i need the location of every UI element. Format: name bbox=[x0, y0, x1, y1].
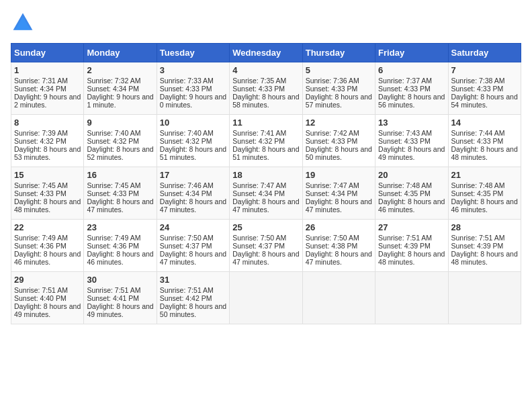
daylight-text: Daylight: 8 hours and 48 minutes. bbox=[451, 145, 518, 161]
sunset-text: Sunset: 4:33 PM bbox=[87, 189, 153, 197]
day-number: 9 bbox=[87, 118, 153, 128]
sunrise-text: Sunrise: 7:51 AM bbox=[14, 286, 81, 294]
sunrise-text: Sunrise: 7:45 AM bbox=[87, 181, 153, 189]
sunset-text: Sunset: 4:35 PM bbox=[378, 189, 445, 197]
day-number: 29 bbox=[14, 275, 81, 285]
sunset-text: Sunset: 4:40 PM bbox=[14, 294, 81, 302]
daylight-text: Daylight: 8 hours and 48 minutes. bbox=[378, 250, 445, 266]
sunset-text: Sunset: 4:34 PM bbox=[160, 189, 226, 197]
sunset-text: Sunset: 4:32 PM bbox=[160, 137, 226, 145]
sunrise-text: Sunrise: 7:48 AM bbox=[378, 181, 445, 189]
sunset-text: Sunset: 4:33 PM bbox=[306, 85, 372, 93]
sunrise-text: Sunrise: 7:45 AM bbox=[14, 181, 81, 189]
daylight-text: Daylight: 8 hours and 47 minutes. bbox=[87, 197, 153, 214]
sunrise-text: Sunrise: 7:51 AM bbox=[378, 234, 445, 242]
sunrise-text: Sunrise: 7:37 AM bbox=[378, 77, 445, 85]
sunset-text: Sunset: 4:33 PM bbox=[232, 85, 299, 93]
col-header-wednesday: Wednesday bbox=[230, 44, 302, 62]
daylight-text: Daylight: 9 hours and 0 minutes. bbox=[160, 93, 226, 109]
sunrise-text: Sunrise: 7:49 AM bbox=[14, 234, 81, 242]
col-header-sunday: Sunday bbox=[11, 44, 84, 62]
sunrise-text: Sunrise: 7:35 AM bbox=[232, 77, 299, 85]
calendar-cell: 30Sunrise: 7:51 AMSunset: 4:41 PMDayligh… bbox=[84, 272, 157, 324]
calendar-cell: 2Sunrise: 7:32 AMSunset: 4:34 PMDaylight… bbox=[84, 62, 157, 115]
daylight-text: Daylight: 8 hours and 50 minutes. bbox=[160, 302, 226, 318]
sunset-text: Sunset: 4:32 PM bbox=[87, 137, 153, 145]
daylight-text: Daylight: 8 hours and 58 minutes. bbox=[232, 93, 299, 109]
day-number: 24 bbox=[160, 222, 226, 232]
col-header-monday: Monday bbox=[84, 44, 157, 62]
sunset-text: Sunset: 4:33 PM bbox=[14, 189, 81, 197]
sunrise-text: Sunrise: 7:40 AM bbox=[87, 129, 153, 137]
sunset-text: Sunset: 4:41 PM bbox=[87, 294, 153, 302]
sunset-text: Sunset: 4:34 PM bbox=[14, 85, 81, 93]
daylight-text: Daylight: 8 hours and 48 minutes. bbox=[451, 250, 518, 266]
sunrise-text: Sunrise: 7:41 AM bbox=[232, 129, 299, 137]
day-number: 26 bbox=[306, 222, 372, 232]
calendar-cell: 12Sunrise: 7:42 AMSunset: 4:33 PMDayligh… bbox=[302, 115, 375, 167]
calendar-cell: 21Sunrise: 7:48 AMSunset: 4:35 PMDayligh… bbox=[448, 167, 521, 220]
sunset-text: Sunset: 4:33 PM bbox=[306, 137, 372, 145]
daylight-text: Daylight: 8 hours and 47 minutes. bbox=[160, 197, 226, 214]
day-number: 1 bbox=[14, 65, 81, 75]
sunrise-text: Sunrise: 7:43 AM bbox=[378, 129, 445, 137]
sunset-text: Sunset: 4:33 PM bbox=[160, 85, 226, 93]
week-row-3: 15Sunrise: 7:45 AMSunset: 4:33 PMDayligh… bbox=[11, 167, 521, 220]
sunset-text: Sunset: 4:36 PM bbox=[87, 242, 153, 250]
sunrise-text: Sunrise: 7:32 AM bbox=[87, 77, 153, 85]
sunset-text: Sunset: 4:33 PM bbox=[451, 85, 518, 93]
sunset-text: Sunset: 4:36 PM bbox=[14, 242, 81, 250]
calendar-cell: 28Sunrise: 7:51 AMSunset: 4:39 PMDayligh… bbox=[448, 220, 521, 272]
sunrise-text: Sunrise: 7:49 AM bbox=[87, 234, 153, 242]
calendar-cell: 19Sunrise: 7:47 AMSunset: 4:34 PMDayligh… bbox=[302, 167, 375, 220]
sunset-text: Sunset: 4:34 PM bbox=[87, 85, 153, 93]
sunrise-text: Sunrise: 7:48 AM bbox=[451, 181, 518, 189]
daylight-text: Daylight: 8 hours and 47 minutes. bbox=[306, 250, 372, 266]
sunrise-text: Sunrise: 7:51 AM bbox=[451, 234, 518, 242]
day-number: 8 bbox=[14, 118, 81, 128]
daylight-text: Daylight: 8 hours and 48 minutes. bbox=[14, 197, 81, 214]
sunrise-text: Sunrise: 7:40 AM bbox=[160, 129, 226, 137]
day-number: 27 bbox=[378, 222, 445, 232]
day-number: 25 bbox=[232, 222, 299, 232]
daylight-text: Daylight: 8 hours and 49 minutes. bbox=[14, 302, 81, 318]
day-number: 4 bbox=[232, 65, 299, 75]
day-number: 6 bbox=[378, 65, 445, 75]
daylight-text: Daylight: 8 hours and 47 minutes. bbox=[232, 250, 299, 266]
calendar-cell bbox=[302, 272, 375, 324]
daylight-text: Daylight: 8 hours and 53 minutes. bbox=[14, 145, 81, 161]
daylight-text: Daylight: 8 hours and 46 minutes. bbox=[378, 197, 445, 214]
calendar-cell: 7Sunrise: 7:38 AMSunset: 4:33 PMDaylight… bbox=[448, 62, 521, 115]
week-row-2: 8Sunrise: 7:39 AMSunset: 4:32 PMDaylight… bbox=[11, 115, 521, 167]
calendar-cell: 25Sunrise: 7:50 AMSunset: 4:37 PMDayligh… bbox=[230, 220, 302, 272]
sunrise-text: Sunrise: 7:47 AM bbox=[306, 181, 372, 189]
sunset-text: Sunset: 4:38 PM bbox=[306, 242, 372, 250]
sunrise-text: Sunrise: 7:50 AM bbox=[160, 234, 226, 242]
sunrise-text: Sunrise: 7:44 AM bbox=[451, 129, 518, 137]
calendar-cell: 15Sunrise: 7:45 AMSunset: 4:33 PMDayligh… bbox=[11, 167, 84, 220]
sunset-text: Sunset: 4:39 PM bbox=[451, 242, 518, 250]
col-header-friday: Friday bbox=[375, 44, 448, 62]
sunset-text: Sunset: 4:39 PM bbox=[378, 242, 445, 250]
col-header-tuesday: Tuesday bbox=[157, 44, 229, 62]
day-number: 14 bbox=[451, 118, 518, 128]
sunset-text: Sunset: 4:33 PM bbox=[378, 85, 445, 93]
sunrise-text: Sunrise: 7:38 AM bbox=[451, 77, 518, 85]
calendar-cell: 13Sunrise: 7:43 AMSunset: 4:33 PMDayligh… bbox=[375, 115, 448, 167]
calendar-cell: 17Sunrise: 7:46 AMSunset: 4:34 PMDayligh… bbox=[157, 167, 229, 220]
calendar-cell bbox=[375, 272, 448, 324]
calendar-cell: 1Sunrise: 7:31 AMSunset: 4:34 PMDaylight… bbox=[11, 62, 84, 115]
daylight-text: Daylight: 8 hours and 54 minutes. bbox=[451, 93, 518, 109]
week-row-1: 1Sunrise: 7:31 AMSunset: 4:34 PMDaylight… bbox=[11, 62, 521, 115]
day-number: 15 bbox=[14, 170, 81, 180]
week-row-5: 29Sunrise: 7:51 AMSunset: 4:40 PMDayligh… bbox=[11, 272, 521, 324]
calendar-cell: 22Sunrise: 7:49 AMSunset: 4:36 PMDayligh… bbox=[11, 220, 84, 272]
calendar-header-row: SundayMondayTuesdayWednesdayThursdayFrid… bbox=[11, 44, 521, 62]
calendar-cell: 11Sunrise: 7:41 AMSunset: 4:32 PMDayligh… bbox=[230, 115, 302, 167]
sunrise-text: Sunrise: 7:51 AM bbox=[160, 286, 226, 294]
day-number: 13 bbox=[378, 118, 445, 128]
day-number: 20 bbox=[378, 170, 445, 180]
daylight-text: Daylight: 8 hours and 46 minutes. bbox=[14, 250, 81, 266]
calendar-cell: 26Sunrise: 7:50 AMSunset: 4:38 PMDayligh… bbox=[302, 220, 375, 272]
sunrise-text: Sunrise: 7:50 AM bbox=[306, 234, 372, 242]
